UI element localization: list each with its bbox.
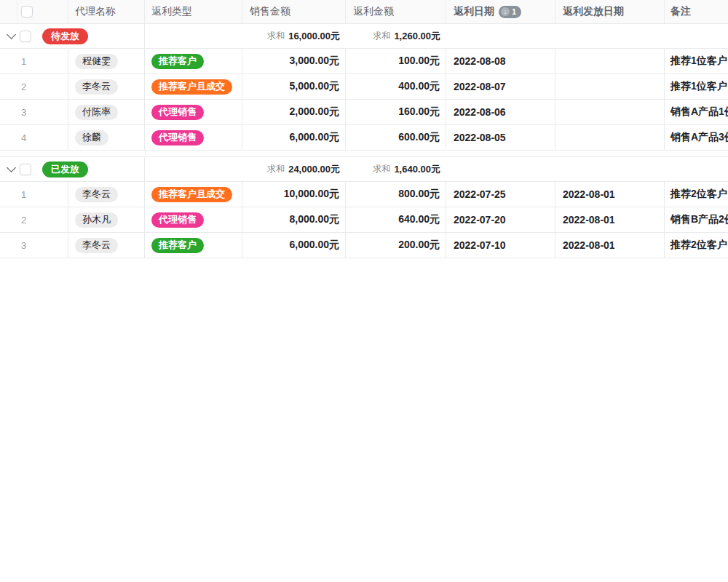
cell-rebate-amount[interactable]: 600.00元 (346, 125, 446, 150)
cell-rebate-amount[interactable]: 640.00元 (346, 207, 446, 232)
table-row: 1 程健雯 推荐客户 3,000.00元 100.00元 2022-08-08 … (0, 49, 728, 74)
rebate-type-tag: 代理销售 (151, 105, 204, 120)
column-header-note[interactable]: 备注 (665, 0, 728, 23)
cell-rebate-date[interactable]: 2022-08-08 (446, 49, 555, 73)
cell-rebate-date[interactable]: 2022-08-06 (446, 100, 555, 124)
rebate-type-tag: 推荐客户 (151, 238, 204, 253)
cell-sales-amount[interactable]: 2,000.00元 (242, 100, 346, 124)
group-title-cell: 已发放 (0, 157, 145, 181)
cell-sales-amount[interactable]: 6,000.00元 (242, 125, 346, 150)
cell-rebate-date[interactable]: 2022-08-07 (446, 74, 555, 99)
agent-name-tag: 付陈率 (75, 105, 118, 120)
column-header-row: 代理名称 返利类型 销售金额 返利金额 返利日期 ↓ 1 返利发放日期 备注 (0, 0, 728, 24)
select-all-checkbox[interactable] (21, 6, 33, 17)
cell-sales-amount[interactable]: 3,000.00元 (242, 49, 346, 73)
group-header-row: 待发放 求和16,000.00元 求和1,260.00元 (0, 24, 728, 49)
cell-rebate-type[interactable]: 推荐客户且成交 (145, 182, 242, 207)
collapse-chevron-icon[interactable] (7, 30, 16, 39)
group-sum-sales: 求和24,000.00元 (242, 157, 346, 181)
column-header-rebate-date[interactable]: 返利日期 ↓ 1 (446, 0, 555, 23)
cell-agent-name[interactable]: 付陈率 (68, 100, 145, 124)
table-row: 1 李冬云 推荐客户且成交 10,000.00元 800.00元 2022-07… (0, 182, 728, 207)
group-empty-cell (145, 157, 242, 181)
row-number: 2 (0, 215, 26, 226)
cell-rebate-date[interactable]: 2022-07-10 (446, 233, 555, 258)
group-sum-rebate: 求和1,640.00元 (346, 157, 446, 181)
cell-issue-date[interactable] (555, 100, 665, 124)
cell-issue-date[interactable]: 2022-08-01 (555, 233, 665, 258)
cell-rebate-type[interactable]: 代理销售 (145, 125, 242, 150)
row-number: 1 (0, 189, 26, 200)
cell-rebate-type[interactable]: 代理销售 (145, 207, 242, 232)
cell-agent-name[interactable]: 孙木凡 (68, 207, 145, 232)
cell-rebate-type[interactable]: 推荐客户且成交 (145, 74, 242, 99)
group-list: 待发放 求和16,000.00元 求和1,260.00元 1 程健雯 推荐客户 … (0, 24, 728, 258)
table-row: 3 付陈率 代理销售 2,000.00元 160.00元 2022-08-06 … (0, 100, 728, 125)
cell-note[interactable]: 推荐1位客户 (665, 74, 728, 99)
cell-rebate-amount[interactable]: 100.00元 (346, 49, 446, 73)
cell-rebate-type[interactable]: 代理销售 (145, 100, 242, 124)
row-number-cell[interactable]: 1 (0, 49, 68, 73)
row-number-cell[interactable]: 3 (0, 233, 68, 258)
column-header-agent-name[interactable]: 代理名称 (68, 0, 145, 23)
cell-note[interactable]: 销售A产品1份 (665, 100, 728, 124)
cell-agent-name[interactable]: 李冬云 (68, 74, 145, 99)
header-select-cell (0, 0, 68, 23)
cell-agent-name[interactable]: 李冬云 (68, 233, 145, 258)
rebate-type-tag: 推荐客户且成交 (151, 187, 232, 202)
row-number-cell[interactable]: 4 (0, 125, 68, 150)
cell-sales-amount[interactable]: 6,000.00元 (242, 233, 346, 258)
cell-agent-name[interactable]: 李冬云 (68, 182, 145, 207)
column-header-sales-amount[interactable]: 销售金额 (242, 0, 346, 23)
row-number-cell[interactable]: 2 (0, 74, 68, 99)
cell-rebate-amount[interactable]: 160.00元 (346, 100, 446, 124)
cell-rebate-amount[interactable]: 800.00元 (346, 182, 446, 207)
sort-order-number: 1 (512, 7, 516, 16)
agent-name-tag: 李冬云 (75, 79, 118, 95)
sort-desc-icon: ↓ (501, 7, 510, 16)
cell-rebate-date[interactable]: 2022-08-05 (446, 125, 555, 150)
cell-note[interactable]: 销售B产品2份 (665, 207, 728, 232)
cell-issue-date[interactable] (555, 125, 665, 150)
row-number: 3 (0, 240, 26, 251)
cell-rebate-type[interactable]: 推荐客户 (145, 233, 242, 258)
cell-note[interactable]: 销售A产品3份 (665, 125, 728, 150)
sort-order-badge[interactable]: ↓ 1 (499, 6, 521, 18)
cell-issue-date[interactable]: 2022-08-01 (555, 207, 665, 232)
cell-rebate-amount[interactable]: 400.00元 (346, 74, 446, 99)
cell-agent-name[interactable]: 程健雯 (68, 49, 145, 73)
cell-issue-date[interactable]: 2022-08-01 (555, 182, 665, 207)
row-number: 4 (0, 132, 26, 143)
cell-rebate-date[interactable]: 2022-07-20 (446, 207, 555, 232)
column-header-issue-date[interactable]: 返利发放日期 (555, 0, 665, 23)
table-row: 3 李冬云 推荐客户 6,000.00元 200.00元 2022-07-10 … (0, 233, 728, 258)
cell-rebate-type[interactable]: 推荐客户 (145, 49, 242, 73)
cell-sales-amount[interactable]: 8,000.00元 (242, 207, 346, 232)
group-select-checkbox[interactable] (20, 164, 31, 175)
cell-rebate-amount[interactable]: 200.00元 (346, 233, 446, 258)
cell-note[interactable]: 推荐2位客户 (665, 233, 728, 258)
row-number-cell[interactable]: 2 (0, 207, 68, 232)
cell-note[interactable]: 推荐2位客户 (665, 182, 728, 207)
cell-issue-date[interactable] (555, 74, 665, 99)
cell-note[interactable]: 推荐1位客户 (665, 49, 728, 73)
group-sum-rebate: 求和1,260.00元 (346, 24, 446, 48)
column-header-rebate-amount[interactable]: 返利金额 (346, 0, 446, 23)
row-number: 3 (0, 107, 26, 118)
cell-agent-name[interactable]: 徐麟 (68, 125, 145, 150)
row-number: 1 (0, 56, 26, 67)
table-row: 2 李冬云 推荐客户且成交 5,000.00元 400.00元 2022-08-… (0, 74, 728, 100)
group-filler-cell (446, 157, 728, 181)
collapse-chevron-icon[interactable] (7, 163, 16, 172)
cell-issue-date[interactable] (555, 49, 665, 73)
row-number-cell[interactable]: 1 (0, 182, 68, 207)
rebate-type-tag: 推荐客户 (151, 54, 204, 69)
column-header-rebate-type[interactable]: 返利类型 (145, 0, 242, 23)
cell-sales-amount[interactable]: 5,000.00元 (242, 74, 346, 99)
cell-sales-amount[interactable]: 10,000.00元 (242, 182, 346, 207)
group-select-checkbox[interactable] (20, 31, 31, 42)
table-row: 4 徐麟 代理销售 6,000.00元 600.00元 2022-08-05 销… (0, 125, 728, 151)
row-number-cell[interactable]: 3 (0, 100, 68, 124)
cell-rebate-date[interactable]: 2022-07-25 (446, 182, 555, 207)
group-empty-cell (145, 24, 242, 48)
